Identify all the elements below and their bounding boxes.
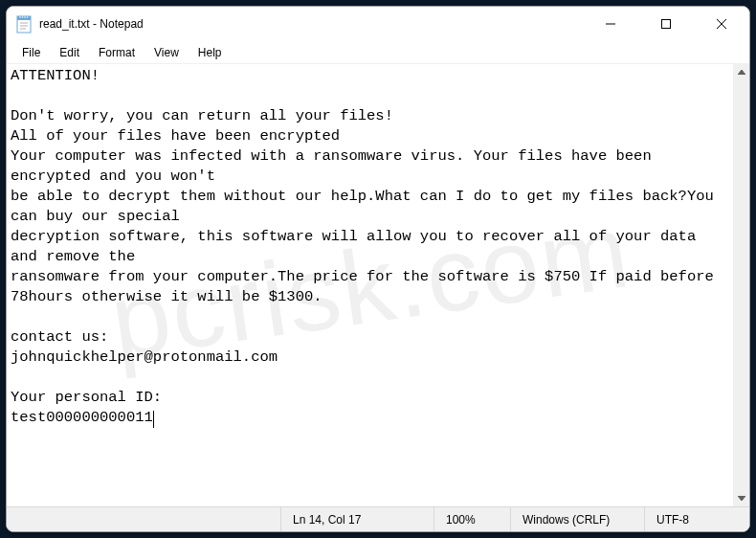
status-cursor-position: Ln 14, Col 17 bbox=[280, 507, 434, 531]
svg-rect-10 bbox=[662, 20, 671, 29]
minimize-icon bbox=[605, 18, 616, 30]
svg-point-7 bbox=[24, 16, 26, 18]
menu-format[interactable]: Format bbox=[89, 43, 145, 62]
window-controls bbox=[583, 7, 749, 41]
svg-point-8 bbox=[27, 16, 29, 18]
svg-marker-13 bbox=[738, 70, 745, 75]
menubar: File Edit Format View Help bbox=[7, 41, 749, 64]
notepad-icon bbox=[16, 14, 32, 34]
menu-help[interactable]: Help bbox=[189, 43, 232, 62]
minimize-button[interactable] bbox=[583, 7, 638, 41]
svg-point-5 bbox=[19, 16, 21, 18]
svg-marker-14 bbox=[738, 496, 745, 501]
menu-view[interactable]: View bbox=[145, 43, 189, 62]
editor-content: ATTENTION! Don't worry, you can return a… bbox=[11, 67, 723, 426]
status-line-ending: Windows (CRLF) bbox=[510, 507, 644, 531]
editor-area: ATTENTION! Don't worry, you can return a… bbox=[7, 64, 749, 506]
scroll-down-button[interactable] bbox=[733, 490, 749, 506]
notepad-window: read_it.txt - Notepad File Edit Format V… bbox=[6, 6, 750, 532]
menu-file[interactable]: File bbox=[12, 43, 50, 62]
status-zoom[interactable]: 100% bbox=[434, 507, 510, 531]
menu-edit[interactable]: Edit bbox=[50, 43, 89, 62]
window-title: read_it.txt - Notepad bbox=[39, 17, 144, 31]
close-button[interactable] bbox=[694, 7, 749, 41]
svg-point-6 bbox=[22, 16, 24, 18]
vertical-scrollbar[interactable] bbox=[733, 64, 749, 506]
chevron-up-icon bbox=[738, 70, 745, 75]
watermark: pcrisk.com bbox=[110, 239, 630, 332]
maximize-icon bbox=[660, 18, 672, 30]
maximize-button[interactable] bbox=[638, 7, 694, 41]
chevron-down-icon bbox=[738, 496, 745, 501]
scroll-up-button[interactable] bbox=[733, 64, 749, 80]
svg-rect-1 bbox=[17, 16, 31, 20]
close-icon bbox=[716, 18, 727, 30]
titlebar[interactable]: read_it.txt - Notepad bbox=[7, 7, 749, 41]
text-caret bbox=[153, 411, 154, 428]
statusbar: Ln 14, Col 17 100% Windows (CRLF) UTF-8 bbox=[7, 506, 749, 531]
status-encoding: UTF-8 bbox=[644, 507, 749, 531]
text-editor[interactable]: ATTENTION! Don't worry, you can return a… bbox=[7, 64, 733, 506]
